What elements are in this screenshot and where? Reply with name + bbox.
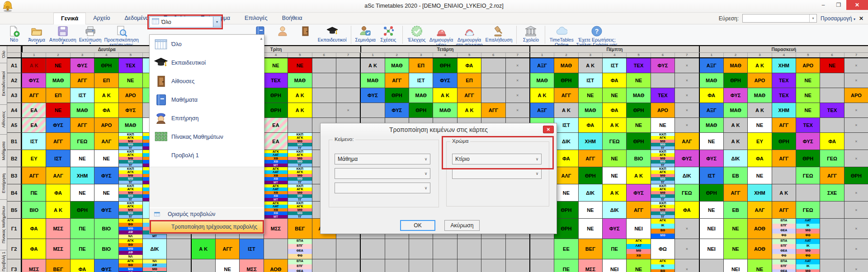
timetable-cell[interactable]: ΓΕΩ bbox=[796, 167, 820, 184]
timetable-cell[interactable]: ΦΥΣ bbox=[360, 88, 384, 103]
card-group-segment[interactable]: ΙΚ bbox=[651, 264, 675, 269]
timetable-cell[interactable]: Α Κ bbox=[288, 103, 311, 117]
card-group-segment[interactable]: ΕΠΑ bbox=[288, 239, 311, 244]
timetable-cell[interactable] bbox=[409, 259, 433, 272]
timetable-cell[interactable] bbox=[772, 167, 796, 184]
timetable-cell[interactable]: ΦΥΣ bbox=[94, 202, 118, 218]
timetable-cell[interactable]: Α Κ bbox=[723, 133, 747, 150]
timetable-cell[interactable]: ΙΣΤ bbox=[578, 73, 602, 88]
card-group-segment[interactable]: ΜΘ bbox=[288, 208, 311, 211]
timetable-cell[interactable]: ΛΑΤΙΚΜΘΦΘ bbox=[796, 219, 820, 239]
timetable-cell[interactable]: ΜΑΘ bbox=[46, 73, 70, 88]
timetable-cell[interactable]: ΜΑΘ bbox=[699, 73, 723, 88]
card-group-segment[interactable]: ΜΘ bbox=[119, 143, 142, 146]
timetable-cell[interactable]: ΑΓΓ bbox=[70, 118, 94, 132]
dialog-combobox[interactable]: Μάθημα∨ bbox=[335, 154, 430, 164]
timetable-cell[interactable]: Α Κ bbox=[578, 58, 602, 73]
card-group-segment[interactable]: ΑΓΚ bbox=[119, 170, 142, 174]
timetable-cell[interactable]: ΒΙΟ bbox=[94, 239, 118, 259]
timetable-cell[interactable] bbox=[336, 239, 360, 259]
card-group-segment[interactable]: ΧΘ bbox=[264, 211, 288, 215]
card-group-segment[interactable]: ΚΚΠ bbox=[288, 133, 311, 136]
card-group-segment[interactable]: ΜΘ bbox=[288, 143, 311, 146]
timetable-cell[interactable]: ΙΣΤ bbox=[22, 133, 46, 150]
timetable-cell[interactable]: ΕΠ bbox=[409, 58, 433, 73]
timetable-cell[interactable]: ΕΑ bbox=[22, 118, 46, 132]
card-group-segment[interactable]: ΦΘ bbox=[288, 254, 311, 259]
timetable-cell[interactable]: ΔΙΚ bbox=[578, 184, 602, 201]
timetable-cell[interactable]: ΚΚΠΑΓΚΜΘΜΘΤΓ bbox=[651, 184, 675, 201]
timetable-cell[interactable]: ΙΣΤ bbox=[70, 88, 94, 103]
timetable-cell[interactable]: ΝΕ bbox=[747, 259, 771, 272]
card-group-segment[interactable]: ΙΚ bbox=[796, 264, 820, 269]
timetable-cell[interactable]: ΓΕΩ bbox=[820, 150, 844, 167]
menu-tab-Βοήθεια[interactable]: Βοήθεια bbox=[275, 13, 310, 24]
timetable-cell[interactable]: ΝΕΙ bbox=[699, 239, 723, 259]
card-group-segment[interactable]: ΤΓ bbox=[651, 181, 675, 184]
timetable-cell[interactable]: ΦΑ bbox=[578, 118, 602, 132]
card-group-segment[interactable]: ΦΘ bbox=[772, 234, 796, 239]
card-group-segment[interactable]: ΑΓΚ bbox=[288, 205, 311, 208]
menu-item-Προβολή 1[interactable]: Προβολή 1 bbox=[150, 146, 264, 164]
card-group-segment[interactable]: ΧΘ bbox=[264, 174, 288, 177]
timetable-cell[interactable]: ΓΕΩ bbox=[70, 133, 94, 150]
card-group-segment[interactable]: ΑΓΚ bbox=[288, 136, 311, 139]
card-group-segment[interactable]: ΘΕΑ bbox=[772, 229, 796, 234]
timetable-cell[interactable]: ΑΟΘ bbox=[747, 239, 771, 259]
timetable-cell[interactable] bbox=[264, 239, 288, 259]
timetable-cell[interactable]: ΝΕ bbox=[796, 103, 820, 117]
card-group-segment[interactable]: ΑΓΚ bbox=[651, 136, 675, 139]
timetable-cell[interactable]: ΠΕ bbox=[22, 184, 46, 201]
card-group-segment[interactable]: ΜΘ bbox=[651, 208, 675, 211]
timetable-cell[interactable]: ΦΥΣ bbox=[46, 118, 70, 132]
card-group-segment[interactable]: ΜΘ bbox=[119, 267, 142, 272]
dialog-combobox[interactable]: ∨ bbox=[335, 183, 430, 193]
timetable-cell[interactable]: ΦΥΣ bbox=[723, 88, 747, 103]
timetable-cell[interactable]: ΤΕΧ bbox=[772, 88, 796, 103]
timetable-cell[interactable]: ΘΡΗ bbox=[844, 167, 868, 184]
card-group-segment[interactable]: ΤΓ bbox=[288, 215, 311, 218]
timetable-cell[interactable]: × bbox=[505, 73, 529, 88]
timetable-cell[interactable]: ΕΒ bbox=[723, 202, 747, 218]
card-group-segment[interactable]: ΑΓΚ bbox=[651, 205, 675, 208]
timetable-cell[interactable]: ΙΣΤ bbox=[409, 73, 433, 88]
timetable-cell[interactable]: ΜΑΘ bbox=[385, 58, 409, 73]
card-group-segment[interactable]: ΜΘ bbox=[119, 208, 142, 211]
timetable-cell[interactable]: ΑΓΓ bbox=[215, 239, 239, 259]
timetable-cell[interactable]: ΒΙΟ bbox=[94, 219, 118, 239]
card-group-segment[interactable]: ΛΑΤ bbox=[264, 170, 288, 174]
timetable-cell[interactable] bbox=[651, 73, 675, 88]
timetable-cell[interactable]: ΓΕΩ bbox=[602, 133, 626, 150]
timetable-cell[interactable]: ΑΛΓ bbox=[46, 167, 70, 184]
card-group-segment[interactable]: ΚΚΠ bbox=[651, 184, 675, 188]
timetable-cell[interactable] bbox=[360, 239, 384, 259]
maximize-button[interactable]: ❐ bbox=[831, 0, 846, 10]
timetable-cell[interactable]: ΣΧΕ bbox=[820, 184, 844, 201]
ribbon-button-Έχετε Ερωτήσεις;[interactable]: ?Έχετε Ερωτήσεις; Σχόλια; Γράψτε μας bbox=[576, 25, 618, 47]
card-group-segment[interactable]: ΜΘ bbox=[651, 234, 675, 239]
sidebar-tab-Μαθήματα[interactable]: Μαθήματα bbox=[0, 135, 7, 167]
card-group-segment[interactable]: ΜΘ bbox=[651, 160, 675, 163]
timetable-cell[interactable]: ΝΕ bbox=[578, 202, 602, 218]
sidebar-tab-Προβολή 1[interactable]: Προβολή 1 bbox=[0, 250, 7, 272]
timetable-cell[interactable] bbox=[336, 259, 360, 272]
card-group-segment[interactable]: ΑΓΚ bbox=[264, 202, 288, 205]
timetable-cell[interactable]: ΕΥ bbox=[22, 150, 46, 167]
timetable-cell[interactable]: × bbox=[675, 58, 698, 73]
card-group-segment[interactable]: ΑΓΚ bbox=[264, 184, 288, 188]
card-group-segment[interactable]: ΝΛ bbox=[119, 255, 142, 259]
timetable-cell[interactable] bbox=[312, 88, 336, 103]
timetable-cell[interactable]: × bbox=[505, 88, 529, 103]
timetable-cell[interactable]: ΘΡΗ bbox=[264, 88, 288, 103]
card-group-segment[interactable]: ΘΕΑ bbox=[772, 269, 796, 272]
timetable-cell[interactable]: ΕΠΑΕΠΓΘΕΑΦΘ bbox=[772, 219, 796, 239]
timetable-cell[interactable]: ΜΣΣ bbox=[239, 259, 263, 272]
card-group-segment[interactable]: ΤΓ bbox=[119, 146, 142, 150]
card-group-segment[interactable]: ΕΠΓ bbox=[288, 264, 311, 269]
timetable-cell[interactable]: ΕΑ bbox=[264, 133, 288, 150]
timetable-cell[interactable]: ΦΥΣ bbox=[22, 73, 46, 88]
timetable-cell[interactable]: ΦΑ bbox=[22, 239, 46, 259]
card-group-segment[interactable]: ΚΚΠ bbox=[119, 150, 142, 153]
card-group-segment[interactable]: ΑΦ bbox=[143, 263, 166, 267]
timetable-cell[interactable] bbox=[481, 239, 505, 259]
